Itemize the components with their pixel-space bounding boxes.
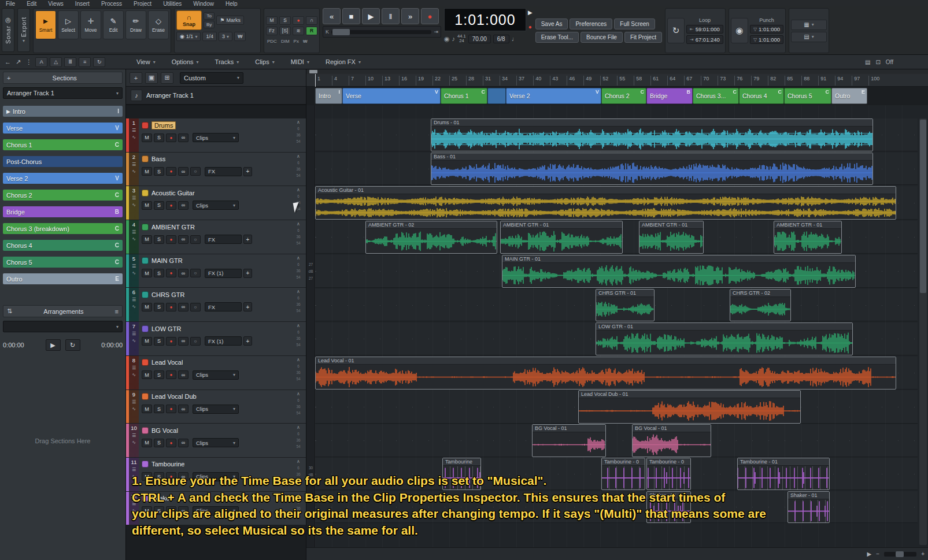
clips-dropdown[interactable]: Clips▾ (193, 472, 239, 481)
audio-clip-main-gtr-01[interactable]: MAIN GTR - 01 (502, 255, 856, 288)
refresh-icon[interactable]: ↻ (93, 57, 105, 67)
track-row-low-gtr[interactable]: 7☰∿LOW GTRMS●∞○FX (1)+∧63654 (126, 322, 306, 355)
sync-icon[interactable]: ◉ (444, 35, 450, 43)
virtual-keyboard-button[interactable]: ▦ ▾ (791, 20, 827, 30)
clips-dropdown[interactable]: Clips▾ (193, 405, 239, 414)
solo-button[interactable]: S (154, 235, 164, 244)
track-menu-icon[interactable]: ☰ (132, 229, 136, 235)
add-track-button[interactable]: + (130, 72, 142, 84)
ribbon-menu-region-fx[interactable]: Region FX▾ (326, 58, 361, 65)
timeline-section-verse[interactable]: VerseV (342, 88, 441, 104)
ribbon-menu-options[interactable]: Options▾ (172, 58, 199, 65)
track-menu-icon[interactable]: ☰ (132, 195, 136, 201)
solo-button[interactable]: S (154, 405, 164, 413)
mute-button[interactable]: M (142, 472, 152, 481)
add-fx-button[interactable]: + (243, 235, 252, 244)
marks-button[interactable]: ⚑ Marks (216, 16, 244, 25)
timeline-section-chorus-1[interactable]: Chorus 1C (441, 88, 487, 104)
zoom-out-button[interactable]: − (876, 551, 879, 557)
arm-record-button[interactable]: ● (166, 506, 176, 515)
mute-button[interactable]: M (142, 269, 152, 277)
track-menu-icon[interactable]: ☰ (132, 331, 136, 336)
collapse-track-icon[interactable]: ∧ (297, 154, 300, 159)
horizontal-scroll-strip[interactable] (306, 69, 928, 74)
toolbar-flag-m[interactable]: M (266, 16, 278, 25)
sidebar-section-post-chorus[interactable]: Post-Chorus (3, 156, 123, 167)
punch-in-field[interactable]: ▽ 1:01:000 (750, 25, 783, 34)
forward-button[interactable]: » (401, 8, 419, 24)
solo-button[interactable]: S (154, 133, 164, 142)
input-echo-button[interactable]: ∞ (178, 405, 188, 413)
solo-button[interactable]: S (154, 506, 164, 515)
control-surface-button[interactable]: ▤ ▾ (791, 32, 827, 42)
toolbar-flag-px[interactable]: Px (293, 37, 300, 46)
timeline-section-chorus-5[interactable]: Chorus 5C (784, 88, 831, 104)
track-menu-icon[interactable]: ☰ (132, 365, 136, 370)
audio-clip-ambient-gtr-01[interactable]: AMBIENT GTR - 01 (500, 221, 623, 254)
tool-select-button[interactable]: ▷Select (58, 10, 79, 39)
audio-clip-low-gtr-01[interactable]: LOW GTR - 01 (596, 322, 853, 355)
track-row-lead-vocal[interactable]: 8☰∿Lead VocalMS●∞Clips▾∧63654 (126, 356, 306, 390)
track-menu-icon[interactable]: ☰ (132, 162, 136, 167)
input-echo-button[interactable]: ∞ (178, 167, 188, 176)
arm-record-button[interactable]: ● (166, 439, 176, 447)
toolbar-flag-[interactable]: ∩ (306, 16, 317, 25)
toolbar-flag-s[interactable]: [S] (279, 27, 291, 35)
browser-panel-icon[interactable]: ≡ (79, 57, 91, 67)
snap-count-select[interactable]: 3▾ (219, 32, 232, 41)
input-echo-button[interactable]: ∞ (178, 201, 188, 210)
audio-clip-lead-vocal-dub-01[interactable]: Lead Vocal Dub - 01 (578, 390, 801, 424)
track-automation-icon[interactable]: ∿ (132, 135, 136, 140)
solo-button[interactable]: S (154, 167, 164, 176)
toolbar-flag-dim[interactable]: DIM (280, 37, 291, 46)
mute-button[interactable]: M (142, 235, 152, 244)
collapse-track-icon[interactable]: ∧ (297, 289, 300, 294)
menu-item-edit[interactable]: Edit (27, 0, 36, 6)
bounce-file-button[interactable]: Bounce File (581, 32, 623, 43)
collapse-track-icon[interactable]: ∧ (297, 425, 300, 430)
mute-button[interactable]: M (142, 167, 152, 176)
track-menu-icon[interactable]: ☰ (132, 264, 136, 269)
toolbar-flag-r[interactable]: R (306, 27, 317, 35)
ribbon-menu-clips[interactable]: Clips▾ (255, 58, 274, 65)
input-echo-button[interactable]: ∞ (178, 472, 188, 481)
sidebar-section-intro[interactable]: ▶IntroI (3, 106, 123, 117)
arranger-track-select[interactable]: Arranger Track 1 ▾ (3, 87, 123, 99)
solo-button[interactable]: S (154, 439, 164, 447)
zoom-slider[interactable] (884, 552, 916, 557)
solo-button[interactable]: S (154, 303, 164, 311)
clips-dropdown[interactable]: Clips▾ (193, 370, 239, 380)
input-echo-button[interactable]: ∞ (178, 370, 188, 379)
scroll-home-icon[interactable]: K (326, 29, 329, 35)
fx-rack[interactable]: FX (205, 302, 242, 311)
arm-record-button[interactable]: ● (166, 472, 176, 481)
track-automation-icon[interactable]: ∿ (132, 270, 136, 276)
sidebar-section-chorus-4[interactable]: Chorus 4C (3, 240, 123, 251)
add-fx-button[interactable]: + (243, 269, 252, 278)
mute-button[interactable]: M (142, 506, 152, 515)
collapse-track-icon[interactable]: ∧ (297, 187, 300, 192)
zoom-in-button[interactable]: + (921, 551, 925, 557)
track-row-shaker[interactable]: 12☰∿ShakerMS●∞Clips▾∧63654 (126, 492, 306, 525)
audio-clip-tambourine-0[interactable]: Tambourine - 0 (646, 458, 691, 490)
clips-dropdown[interactable]: Clips▾ (193, 438, 239, 447)
more-options-icon[interactable]: ⋮ (24, 58, 33, 66)
add-fx-button[interactable]: + (243, 302, 252, 311)
metronome-icon[interactable]: ♩ (512, 35, 518, 42)
input-echo-button[interactable]: ∞ (178, 303, 188, 311)
audio-clip-shaker-01[interactable]: Shaker - 01 (646, 491, 691, 523)
track-automation-icon[interactable]: ∿ (132, 372, 136, 377)
loop-toggle-button[interactable]: ↻ (667, 18, 685, 43)
add-fx-button[interactable]: + (243, 336, 252, 346)
input-echo-button[interactable]: ∞ (178, 133, 188, 142)
fit-project-button[interactable]: Fit Project (624, 32, 662, 43)
toolbar-flag-[interactable]: ● (293, 16, 304, 25)
arrangements-sort-icon[interactable]: ⇅ (7, 307, 12, 315)
solo-button[interactable]: S (154, 337, 164, 346)
mute-button[interactable]: M (142, 201, 152, 210)
fx-rack[interactable]: FX (205, 235, 242, 244)
toolbar-flag-[interactable]: ≋ (293, 27, 304, 35)
timeline-scroll-slider[interactable]: K ⇥ (323, 26, 441, 38)
track-row-drums[interactable]: 1☰∿DrumsMS●∞Clips▾∧63654 (126, 118, 306, 152)
sidebar-section-chorus-2[interactable]: Chorus 2C (3, 190, 123, 201)
